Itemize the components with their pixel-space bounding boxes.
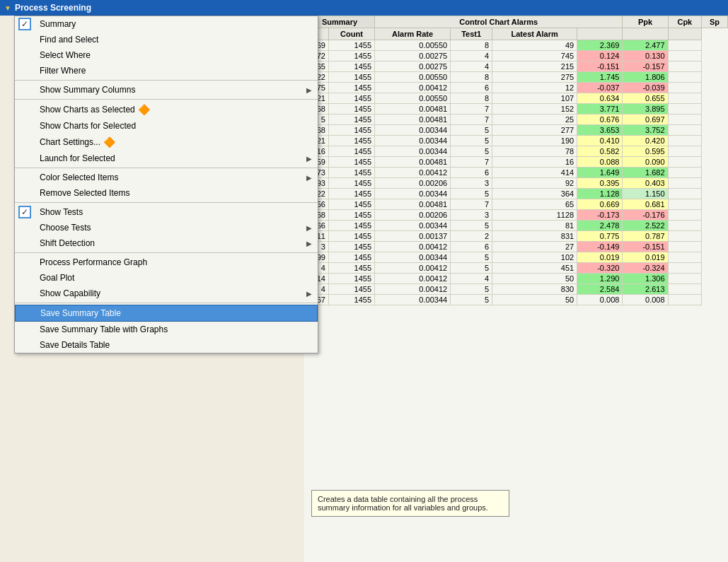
sp-cell xyxy=(668,210,702,221)
tooltip: Creates a data table containing all the … xyxy=(311,490,509,517)
menu-item-remove-selected[interactable]: Remove Selected Items xyxy=(15,185,318,201)
table-row: 3 1455 0.00412 6 27 -0.149 -0.151 xyxy=(305,242,728,252)
ppk-cell: 1.128 xyxy=(577,189,623,199)
menu-item-show-charts-for-selected[interactable]: Show Charts for Selected xyxy=(15,118,318,134)
test1-cell: 7 xyxy=(451,115,492,125)
count-cell: 1455 xyxy=(328,284,374,295)
cpk-cell: 0.655 xyxy=(623,93,668,104)
menu-item-save-summary-table[interactable]: Save Summary Table xyxy=(15,305,318,322)
count-cell: 1455 xyxy=(328,199,374,210)
menu-item-chart-settings[interactable]: Chart Settings...🔶 xyxy=(15,134,318,151)
test1-cell: 7 xyxy=(451,157,492,168)
table-row: 5 1455 0.00481 7 25 0.676 0.697 xyxy=(305,115,728,125)
test1-cell: 5 xyxy=(451,146,492,157)
count-cell: 1455 xyxy=(328,231,374,242)
ppk-cell: 0.582 xyxy=(577,146,623,157)
menu-label: Save Details Table xyxy=(40,340,110,350)
sp-cell xyxy=(668,168,702,178)
sp-cell xyxy=(668,178,702,189)
table-row: 65 1455 0.00275 4 215 -0.151 -0.157 xyxy=(305,62,728,72)
alarm-rate-cell: 0.00206 xyxy=(375,178,451,189)
latest-alarm-cell: 1128 xyxy=(492,210,577,221)
count-cell: 1455 xyxy=(328,178,374,189)
menu-item-show-tests[interactable]: ✓Show Tests xyxy=(15,204,318,220)
table-row: 56 1455 0.00481 7 65 0.669 0.681 xyxy=(305,199,728,210)
test1-cell: 7 xyxy=(451,104,492,115)
data-table: Summary Control Chart Alarms Ppk Cpk Sp … xyxy=(304,16,728,305)
menu-label: Shift Detection xyxy=(40,238,95,248)
ppk-cell: 0.008 xyxy=(577,295,623,305)
table-row: 99 1455 0.00344 5 102 0.019 0.019 xyxy=(305,252,728,263)
menu-label: Show Charts as Selected xyxy=(40,105,135,115)
menu-item-shift-detection[interactable]: Shift Detection▶ xyxy=(15,235,318,251)
menu-separator xyxy=(15,99,318,100)
alarm-rate-cell: 0.00412 xyxy=(375,263,451,274)
cpk-cell: -0.039 xyxy=(623,83,668,93)
menu-item-show-capability[interactable]: Show Capability▶ xyxy=(15,286,318,301)
latest-alarm-cell: 12 xyxy=(492,83,577,93)
ppk-cell: 1.649 xyxy=(577,168,623,178)
test1-cell: 5 xyxy=(451,263,492,274)
alarm-rate-cell: 0.00481 xyxy=(375,115,451,125)
ppk-cell: 0.395 xyxy=(577,178,623,189)
test1-cell: 3 xyxy=(451,178,492,189)
latest-alarm-cell: 92 xyxy=(492,178,577,189)
test1-cell: 7 xyxy=(451,199,492,210)
menu-label: Show Summary Columns xyxy=(40,85,135,95)
menu-item-process-performance-graph[interactable]: Process Performance Graph xyxy=(15,254,318,270)
menu-item-choose-tests[interactable]: Choose Tests▶ xyxy=(15,220,318,235)
latest-alarm-cell: 414 xyxy=(492,168,577,178)
table-row: 16 1455 0.00344 5 78 0.582 0.595 xyxy=(305,146,728,157)
sp-cell xyxy=(668,104,702,115)
menu-icon: 🔶 xyxy=(138,104,150,115)
menu-item-save-details-table[interactable]: Save Details Table xyxy=(15,337,318,353)
menu-item-summary[interactable]: ✓Summary xyxy=(15,16,318,32)
sp-cell xyxy=(668,40,702,51)
cpk-cell: -0.151 xyxy=(623,242,668,252)
menu-item-find-select[interactable]: Find and Select xyxy=(15,32,318,47)
test1-cell: 8 xyxy=(451,72,492,83)
test1-cell: 5 xyxy=(451,136,492,146)
table-row: 22 1455 0.00550 8 275 1.745 1.806 xyxy=(305,72,728,83)
count-cell: 1455 xyxy=(328,210,374,221)
table-row: 11 1455 0.00137 2 831 0.775 0.787 xyxy=(305,231,728,242)
latest-alarm-cell: 65 xyxy=(492,199,577,210)
menu-item-filter-where[interactable]: Filter Where xyxy=(15,63,318,78)
count-cell: 1455 xyxy=(328,252,374,263)
main-window: ▼ Process Screening Summary Control Char… xyxy=(0,0,728,562)
alarm-rate-cell: 0.00481 xyxy=(375,104,451,115)
menu-label: Launch for Selected xyxy=(40,153,115,163)
sp-cell xyxy=(668,295,702,305)
title-bar: ▼ Process Screening xyxy=(0,0,728,16)
test1-cell: 4 xyxy=(451,62,492,72)
count-cell: 1455 xyxy=(328,263,374,274)
menu-label: Find and Select xyxy=(40,35,98,45)
menu-item-goal-plot[interactable]: Goal Plot xyxy=(15,270,318,286)
count-cell: 1455 xyxy=(328,295,374,305)
ppk-header: Ppk xyxy=(623,16,668,28)
table-row: 72 1455 0.00275 4 745 0.124 0.130 xyxy=(305,51,728,62)
menu-item-show-charts-selected[interactable]: Show Charts as Selected🔶 xyxy=(15,101,318,118)
menu-item-save-summary-table-graphs[interactable]: Save Summary Table with Graphs xyxy=(15,322,318,337)
cpk-cell: 0.090 xyxy=(623,157,668,168)
menu-item-color-selected[interactable]: Color Selected Items▶ xyxy=(15,170,318,185)
table-row: 21 1455 0.00550 8 107 0.634 0.655 xyxy=(305,93,728,104)
ppk-cell: 2.584 xyxy=(577,284,623,295)
menu-item-show-summary-columns[interactable]: Show Summary Columns▶ xyxy=(15,82,318,98)
table-row: 4 1455 0.00412 5 830 2.584 2.613 xyxy=(305,284,728,295)
cpk-header: Cpk xyxy=(668,16,702,28)
menu-label: Show Charts for Selected xyxy=(40,121,136,131)
latest-alarm-cell: 215 xyxy=(492,62,577,72)
cpk-cell: 0.697 xyxy=(623,115,668,125)
ppk-cell: 1.290 xyxy=(577,274,623,284)
menu-separator xyxy=(15,252,318,253)
menu-item-select-where[interactable]: Select Where xyxy=(15,47,318,63)
menu-item-launch-for-selected[interactable]: Launch for Selected▶ xyxy=(15,151,318,166)
test1-cell: 6 xyxy=(451,242,492,252)
ppk-cell: 0.124 xyxy=(577,51,623,62)
cpk-cell: -0.176 xyxy=(623,210,668,221)
menu-label: Color Selected Items xyxy=(40,172,118,182)
latest-alarm-cell: 50 xyxy=(492,295,577,305)
submenu-arrow-icon: ▶ xyxy=(306,290,312,298)
cpk-cell: 0.787 xyxy=(623,231,668,242)
